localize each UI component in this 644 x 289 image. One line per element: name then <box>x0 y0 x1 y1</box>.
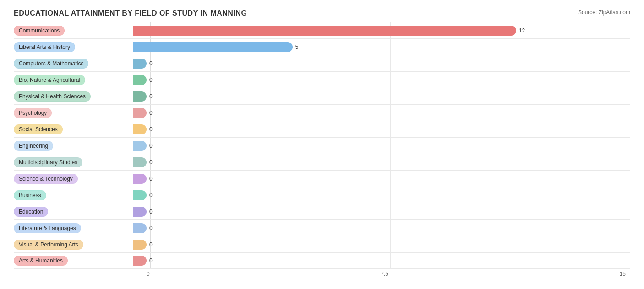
bar-label-pill: Arts & Humanities <box>14 256 68 266</box>
bar <box>133 256 147 266</box>
bar-label-pill: Visual & Performing Arts <box>14 240 83 250</box>
bar-wrapper: 0 <box>133 203 630 219</box>
bar-value: 0 <box>149 110 153 116</box>
bar <box>133 174 147 184</box>
bar-label-pill: Science & Technology <box>14 174 78 184</box>
bar-wrapper: 0 <box>133 253 630 268</box>
bar-value: 0 <box>149 241 153 248</box>
bar-label-pill: Psychology <box>14 108 52 118</box>
bar-row: Literature & Languages 0 <box>14 219 630 236</box>
chart-title: EDUCATIONAL ATTAINMENT BY FIELD OF STUDY… <box>14 9 247 17</box>
x-axis-label: 7.5 <box>381 271 388 277</box>
bar-value: 0 <box>149 159 153 166</box>
bar <box>133 26 516 36</box>
x-axis-label: 0 <box>147 271 150 277</box>
bar-row: Business 0 <box>14 187 630 203</box>
bar-value: 0 <box>149 209 153 215</box>
bar-wrapper: 0 <box>133 138 630 154</box>
bar-value: 0 <box>149 257 153 264</box>
bar-label-pill: Multidisciplinary Studies <box>14 157 82 167</box>
bar <box>133 207 147 217</box>
bar-label-pill: Literature & Languages <box>14 223 81 233</box>
bar-wrapper: 0 <box>133 236 630 252</box>
bar-value: 0 <box>149 143 153 149</box>
bar-wrapper: 0 <box>133 88 630 104</box>
bar-value: 0 <box>149 176 153 182</box>
bar-value: 0 <box>149 77 153 83</box>
bar-label-pill: Business <box>14 190 46 200</box>
bar-row: Physical & Health Sciences 0 <box>14 88 630 104</box>
bar-wrapper: 0 <box>133 55 630 71</box>
bar-row: Visual & Performing Arts 0 <box>14 236 630 252</box>
bar <box>133 157 147 167</box>
chart-container: EDUCATIONAL ATTAINMENT BY FIELD OF STUDY… <box>0 0 644 289</box>
bar-value: 0 <box>149 126 153 133</box>
bar-label-pill: Computers & Mathematics <box>14 59 88 69</box>
bar <box>133 42 293 52</box>
bar <box>133 223 147 233</box>
chart-area: Communications 12 Liberal Arts & History… <box>14 22 630 269</box>
bar-label-pill: Engineering <box>14 141 53 151</box>
bar-wrapper: 0 <box>133 187 630 203</box>
bar-label-pill: Liberal Arts & History <box>14 42 75 52</box>
x-axis-label: 15 <box>620 271 626 277</box>
bar-value: 0 <box>149 60 153 67</box>
chart-header: EDUCATIONAL ATTAINMENT BY FIELD OF STUDY… <box>14 9 630 17</box>
bar-value: 5 <box>295 44 299 50</box>
bar <box>133 141 147 151</box>
bar-row: Arts & Humanities 0 <box>14 252 630 269</box>
bar-value: 0 <box>149 192 153 198</box>
bar <box>133 240 147 250</box>
bar-row: Social Sciences 0 <box>14 121 630 137</box>
bar-row: Computers & Mathematics 0 <box>14 55 630 71</box>
bar-value: 0 <box>149 225 153 231</box>
bar-wrapper: 5 <box>133 39 630 55</box>
bar <box>133 59 147 69</box>
bar-row: Liberal Arts & History 5 <box>14 38 630 55</box>
bar-wrapper: 12 <box>133 22 630 38</box>
bar-row: Education 0 <box>14 203 630 219</box>
bar-label-pill: Bio, Nature & Agricultural <box>14 75 85 85</box>
bar-label-pill: Physical & Health Sciences <box>14 91 91 102</box>
bar-wrapper: 0 <box>133 121 630 137</box>
bar-wrapper: 0 <box>133 72 630 88</box>
bar-row: Bio, Nature & Agricultural 0 <box>14 71 630 88</box>
bar <box>133 75 147 85</box>
bar-row: Communications 12 <box>14 22 630 38</box>
bar-value: 0 <box>149 93 153 100</box>
bar-row: Psychology 0 <box>14 104 630 121</box>
bar-label-pill: Communications <box>14 26 65 36</box>
bar-row: Science & Technology 0 <box>14 170 630 187</box>
bar-wrapper: 0 <box>133 154 630 170</box>
bar <box>133 124 147 134</box>
bar-wrapper: 0 <box>133 220 630 236</box>
bar-label-pill: Education <box>14 207 48 217</box>
bar <box>133 108 147 118</box>
bar-label-pill: Social Sciences <box>14 124 63 134</box>
bar <box>133 190 147 200</box>
bar-value: 12 <box>519 27 525 34</box>
x-axis: 07.515 <box>14 271 630 277</box>
bar-wrapper: 0 <box>133 171 630 187</box>
bar-row: Multidisciplinary Studies 0 <box>14 154 630 170</box>
chart-source: Source: ZipAtlas.com <box>578 9 630 16</box>
bar <box>133 91 147 102</box>
bar-row: Engineering 0 <box>14 137 630 154</box>
bar-wrapper: 0 <box>133 105 630 121</box>
